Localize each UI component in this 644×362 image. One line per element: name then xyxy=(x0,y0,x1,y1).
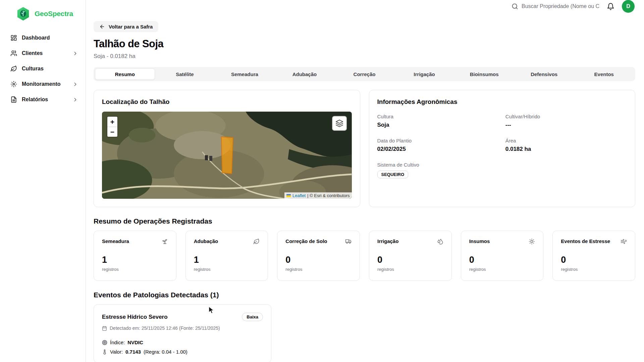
users-icon xyxy=(10,50,17,57)
tab-satelite[interactable]: Satélite xyxy=(155,68,215,80)
main-area: D Voltar para a Safra Talhão de Soja Soj… xyxy=(86,0,644,362)
dashboard-icon xyxy=(10,35,17,41)
map-zoom-in-button[interactable]: + xyxy=(107,117,117,127)
ops-card-label: Irrigação xyxy=(377,238,398,244)
sidebar-item-culturas[interactable]: Culturas xyxy=(6,62,81,75)
tab-semeadura[interactable]: Semeadura xyxy=(215,68,275,80)
ops-card-count: 1 xyxy=(102,255,168,265)
field-value: 0.0182 ha xyxy=(505,146,627,153)
tab-defensivos[interactable]: Defensivos xyxy=(514,68,574,80)
ops-card-adubacao: Adubação 1 registros xyxy=(185,231,268,281)
ops-card-label: Semeadura xyxy=(102,238,129,244)
search-icon xyxy=(512,3,518,10)
agro-card-title: Informações Agronômicas xyxy=(377,98,627,106)
brand-name: GeoSpectra xyxy=(35,10,73,18)
tab-eventos[interactable]: Eventos xyxy=(574,68,634,80)
brand-logo[interactable]: GeoSpectra xyxy=(0,0,86,27)
geospectra-logo-icon xyxy=(15,6,31,21)
page-title: Talhão de Soja xyxy=(94,38,635,50)
operations-grid: Semeadura 1 registros Adubação xyxy=(94,231,635,281)
arrow-left-icon xyxy=(99,24,105,29)
sidebar-item-label: Monitoramento xyxy=(22,81,61,87)
avatar[interactable]: D xyxy=(622,0,635,13)
map-attribution-text: | © Esri & contributors xyxy=(307,193,350,198)
sidebar: GeoSpectra Dashboard Clientes xyxy=(0,0,86,362)
tractor-icon xyxy=(345,238,352,245)
ops-card-count: 0 xyxy=(469,255,535,265)
value-value: 0.7143 xyxy=(125,349,141,355)
gear-icon xyxy=(10,81,17,87)
chevron-right-icon xyxy=(72,51,78,56)
sidebar-item-clientes[interactable]: Clientes xyxy=(6,47,81,60)
sidebar-item-label: Clientes xyxy=(22,50,43,56)
field-value: 02/02/2025 xyxy=(377,146,499,153)
ops-card-count: 1 xyxy=(194,255,260,265)
pathology-index-row: Índice: NVDIC xyxy=(102,340,263,345)
thermometer-icon xyxy=(102,349,107,355)
tab-bar: Resumo Satélite Semeadura Adubação Corre… xyxy=(94,67,635,81)
pathology-name: Estresse Hídrico Severo xyxy=(102,314,168,320)
ops-card-irrigacao: Irrigação 0 registros xyxy=(369,231,452,281)
back-button[interactable]: Voltar para a Safra xyxy=(94,21,158,32)
field-cultura: Cultura Soja xyxy=(377,114,499,128)
field-sistema-cultivo: Sistema de Cultivo SEQUEIRO xyxy=(377,162,499,178)
field-value: --- xyxy=(505,122,627,128)
index-label: Índice: xyxy=(110,340,125,345)
ops-card-count: 0 xyxy=(561,255,627,265)
leaf-icon xyxy=(253,238,260,245)
pathologies-section-title: Eventos de Patologias Detectadas (1) xyxy=(94,291,635,299)
page-content: Voltar para a Safra Talhão de Soja Soja … xyxy=(86,13,644,362)
page-subtitle: Soja - 0.0182 ha xyxy=(94,53,635,60)
location-card-title: Localização do Talhão xyxy=(102,98,352,106)
map-attribution: Leaflet | © Esri & contributors xyxy=(284,192,352,199)
field-label: Cultivar/Híbrido xyxy=(505,114,627,119)
ops-card-count: 0 xyxy=(377,255,443,265)
ops-card-semeadura: Semeadura 1 registros xyxy=(94,231,176,281)
severity-badge: Baixa xyxy=(242,313,263,321)
field-label: Sistema de Cultivo xyxy=(377,162,499,168)
search-input[interactable] xyxy=(522,3,599,9)
tab-correcao[interactable]: Correção xyxy=(334,68,394,80)
field-label: Área xyxy=(505,138,627,143)
pathology-detected: Detectado em: 25/11/2025 12:46 (Fonte: 2… xyxy=(102,325,263,331)
map[interactable]: + − Leaflet | © Esri & contributors xyxy=(102,112,352,199)
sistema-cultivo-badge: SEQUEIRO xyxy=(377,171,409,178)
ukraine-flag-icon xyxy=(286,194,291,197)
sidebar-item-relatorios[interactable]: Relatórios xyxy=(6,93,81,106)
pathology-details: Índice: NVDIC Valor: 0.7143 (Regra: 0.04… xyxy=(102,340,263,355)
tab-adubacao[interactable]: Adubação xyxy=(275,68,335,80)
sidebar-item-label: Culturas xyxy=(22,66,44,72)
droplets-icon xyxy=(437,238,443,245)
back-button-label: Voltar para a Safra xyxy=(109,24,153,29)
map-zoom-out-button[interactable]: − xyxy=(107,127,117,137)
sprout-icon xyxy=(162,238,168,245)
calendar-icon xyxy=(102,326,107,331)
operations-section-title: Resumo de Operações Registradas xyxy=(94,217,635,225)
notifications-button[interactable] xyxy=(607,3,614,10)
field-label: Data do Plantio xyxy=(377,138,499,143)
ops-card-eventos-estresse: Eventos de Estresse 0 registros xyxy=(552,231,635,281)
sun-icon xyxy=(529,238,535,245)
leaflet-link[interactable]: Leaflet xyxy=(292,193,306,198)
summary-row: Localização do Talhão xyxy=(94,90,635,207)
search xyxy=(512,3,599,10)
tab-resumo[interactable]: Resumo xyxy=(95,68,155,80)
tab-bioinsumos[interactable]: Bioinsumos xyxy=(454,68,514,80)
agro-card: Informações Agronômicas Cultura Soja Cul… xyxy=(369,90,636,207)
map-zoom-controls: + − xyxy=(107,116,118,137)
layers-icon xyxy=(335,119,343,127)
report-icon xyxy=(10,96,17,103)
sidebar-item-label: Dashboard xyxy=(22,35,50,41)
value-label: Valor: xyxy=(110,349,123,355)
agro-fields: Cultura Soja Cultivar/Híbrido --- Data d… xyxy=(377,114,627,178)
tab-irrigacao[interactable]: Irrigação xyxy=(394,68,454,80)
sidebar-nav: Dashboard Clientes Culturas xyxy=(0,27,86,106)
sidebar-item-monitoramento[interactable]: Monitoramento xyxy=(6,78,81,90)
ops-card-label: Correção de Solo xyxy=(285,238,327,244)
map-layers-button[interactable] xyxy=(332,116,347,131)
leaf-icon xyxy=(10,65,17,72)
sidebar-item-dashboard[interactable]: Dashboard xyxy=(6,32,81,44)
ops-card-insumos: Insumos 0 registros xyxy=(461,231,544,281)
location-card: Localização do Talhão xyxy=(94,90,360,207)
ops-card-unit: registros xyxy=(469,267,535,272)
